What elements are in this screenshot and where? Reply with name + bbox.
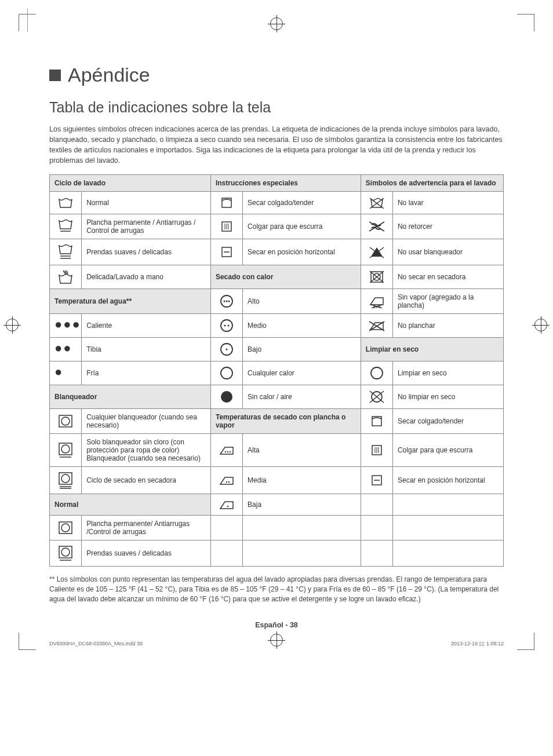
registration-mark-left	[6, 319, 19, 331]
dry-line-label: Secar colgado/tender	[243, 191, 361, 214]
do-not-wring-label: No retorcer	[392, 214, 503, 239]
wash-perm-press-icon	[50, 214, 82, 239]
any-bleach-label: Cualquier blanqueador (cuando sea necesa…	[82, 408, 211, 433]
temp-warm-label: Tibia	[82, 337, 211, 361]
print-footer-right: 2013-12-19 ▯▯ 1:08:12	[451, 641, 504, 647]
svg-point-61	[228, 481, 230, 482]
wash-perm-press-label: Plancha permanente / Antiarrugas / Contr…	[82, 214, 211, 239]
tumble-dry-icon	[50, 466, 82, 494]
registration-mark-top	[270, 17, 283, 30]
iron-med-icon	[210, 466, 242, 494]
heat-any-label: Cualquier calor	[243, 361, 361, 385]
wash-normal-icon	[50, 191, 82, 214]
dry-line2-label: Secar colgado/tender	[392, 408, 503, 433]
empty-cell-3	[392, 515, 503, 540]
temp-cold-label: Fría	[82, 361, 211, 385]
svg-point-30	[221, 320, 232, 331]
do-not-iron-icon	[361, 313, 392, 337]
dry-flat-label: Secar en posición horizontal	[243, 239, 361, 265]
page-footer: Español - 38	[49, 621, 504, 629]
tumble-dry-label: Ciclo de secado en secadora	[82, 466, 211, 494]
temp-hot-icon: ●●●	[50, 313, 82, 337]
no-steam-icon	[361, 288, 392, 313]
dry-line-icon	[210, 191, 242, 214]
svg-point-37	[221, 367, 232, 379]
dry-clean-label: Limpiar en seco	[392, 361, 503, 385]
svg-point-66	[61, 524, 70, 532]
crop-mark-bl	[19, 633, 36, 650]
wash-normal-label: Normal	[82, 191, 211, 214]
subheader-water-temp: Temperatura del agua**	[50, 288, 211, 313]
dry-delicate-label: Prendas suaves / delicadas	[82, 540, 211, 566]
header-special-instructions: Instrucciones especiales	[210, 174, 361, 191]
svg-point-31	[224, 324, 226, 326]
empty-cell-1	[392, 494, 503, 515]
svg-point-24	[228, 300, 230, 302]
dry-flat2-icon	[361, 466, 392, 494]
heat-med-label: Medio	[243, 313, 361, 337]
empty-icon-5	[361, 540, 392, 566]
no-heat-label: Sin calor / aire	[243, 385, 361, 408]
section-title-text: Apéndice	[68, 64, 150, 86]
iron-low-label: Baja	[243, 494, 361, 515]
heat-high-icon	[210, 288, 242, 313]
svg-point-39	[221, 391, 232, 403]
drip-dry2-icon	[361, 433, 392, 466]
do-not-iron-label: No planchar	[392, 313, 503, 337]
do-not-tumble-dry-icon	[361, 265, 392, 288]
do-not-bleach-icon	[361, 239, 392, 265]
crop-mark-tl	[19, 14, 36, 31]
do-not-dry-clean-label: No limpiar en seco	[392, 385, 503, 408]
footnote-text: ** Los símbolos con punto representan la…	[49, 575, 504, 605]
non-chlorine-bleach-label: Solo blanqueador sin cloro (con protecci…	[82, 433, 211, 466]
no-steam-label: Sin vapor (agregado a la plancha)	[392, 288, 503, 313]
subheader-bleach: Blanqueador	[50, 385, 211, 408]
print-footer-left: DV6000HA_DC68-03380A_Mes.indd 38	[49, 641, 143, 647]
subsection-heading: Tabla de indicaciones sobre la tela	[49, 99, 504, 116]
heat-high-label: Alto	[243, 288, 361, 313]
intro-paragraph: Los siguientes símbolos ofrecen indicaci…	[49, 124, 504, 166]
header-warning-symbols: Símbolos de advertencia para el lavado	[361, 174, 503, 191]
heat-low-icon	[210, 337, 242, 361]
header-wash-cycle: Ciclo de lavado	[50, 174, 211, 191]
svg-point-64	[227, 505, 228, 506]
non-chlorine-bleach-icon	[50, 433, 82, 466]
heat-low-label: Bajo	[243, 337, 361, 361]
registration-mark-right	[534, 319, 547, 331]
dry-clean-icon	[361, 361, 392, 385]
svg-point-23	[226, 300, 228, 302]
dry-perm-press-label: Plancha permanente/ Antiarrugas /Control…	[82, 515, 211, 540]
temp-hot-label: Caliente	[82, 313, 211, 337]
empty-icon-1	[361, 494, 392, 515]
do-not-dry-clean-icon	[361, 385, 392, 408]
subheader-normal: Normal	[50, 494, 211, 515]
drip-dry-label: Colgar para que escurra	[243, 214, 361, 239]
do-not-wash-icon	[361, 191, 392, 214]
dry-flat2-label: Secar en posición horizontal	[392, 466, 503, 494]
do-not-bleach-label: No usar blanqueador	[392, 239, 503, 265]
iron-med-label: Media	[243, 466, 361, 494]
iron-high-icon	[210, 433, 242, 466]
svg-point-60	[226, 481, 227, 482]
svg-point-22	[224, 300, 225, 302]
heat-any-icon	[210, 361, 242, 385]
iron-low-icon	[210, 494, 242, 515]
svg-point-47	[61, 445, 70, 453]
empty-icon-3	[361, 515, 392, 540]
subheader-iron-temp: Temperaturas de secado con plancha o vap…	[210, 408, 361, 433]
svg-point-49	[225, 451, 226, 452]
no-heat-icon	[210, 385, 242, 408]
heat-med-icon	[210, 313, 242, 337]
subheader-dry-clean: Limpiar en seco	[361, 337, 503, 361]
svg-point-51	[230, 451, 231, 452]
svg-point-36	[226, 348, 228, 350]
drip-dry2-label: Colgar para que escurra	[392, 433, 503, 466]
empty-icon-2	[210, 515, 242, 540]
svg-point-38	[371, 367, 383, 379]
crop-mark-tr	[517, 14, 534, 31]
empty-icon-4	[210, 540, 242, 566]
empty-cell-5	[392, 540, 503, 566]
crop-mark-br	[517, 633, 534, 650]
do-not-tumble-dry-label: No secar en secadora	[392, 265, 503, 288]
dry-line2-icon	[361, 408, 392, 433]
